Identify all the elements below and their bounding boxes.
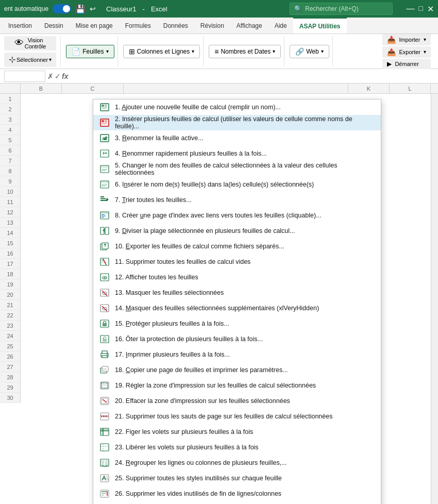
menu-item-icon-18	[99, 365, 110, 375]
col-header-fill	[124, 83, 348, 93]
formula-controls: ✗ ✓ fx	[47, 72, 68, 80]
svg-rect-54	[102, 351, 107, 354]
svg-rect-20	[101, 181, 108, 183]
web-button[interactable]: 🔗 Web ▾	[290, 45, 329, 58]
formula-input[interactable]	[70, 72, 434, 80]
menu-item-11[interactable]: 11. Supprimer toutes les feuilles de cal…	[93, 254, 381, 270]
menu-item-27[interactable]: 27. Rétablir la dernière cellule d'Excel	[93, 501, 381, 504]
chevron-down-icon-2: ▾	[192, 48, 194, 54]
ribbon-group-feuilles: 📄 Feuilles ▾	[63, 36, 117, 66]
menu-item-label-4: 4. Renommer rapidement plusieurs feuille…	[115, 150, 267, 157]
menu-item-13[interactable]: 13. Masquer les feuilles sélectionnées	[93, 285, 381, 300]
importer-button[interactable]: 📥 Importer ▾	[382, 34, 431, 45]
menu-item-icon-6	[99, 180, 110, 189]
colonnes-lignes-button[interactable]: ⊞ Colonnes et Lignes ▾	[123, 45, 200, 58]
tab-mise-en-page[interactable]: Mise en page	[70, 18, 119, 33]
menu-item-26[interactable]: 26. Supprimer les vides inutilisés de fi…	[93, 486, 381, 501]
menu-item-icon-1	[99, 103, 110, 112]
confirm-formula-button[interactable]: ✓	[55, 72, 61, 80]
selectionner-button[interactable]: ⊹ Sélectionner ▾	[4, 53, 56, 67]
menu-item-23[interactable]: 23. Libérer les volets sur plusieurs feu…	[93, 440, 381, 455]
menu-item-20[interactable]: 20. Effacer la zone d'impression sur les…	[93, 393, 381, 409]
row-num-17: 17	[0, 259, 20, 269]
autosave-toggle[interactable]	[53, 4, 71, 13]
tab-insertion[interactable]: Insertion	[2, 18, 38, 33]
svg-rect-7	[102, 120, 104, 122]
menu-item-17[interactable]: 17. Imprimer plusieurs feuilles à la foi…	[93, 347, 381, 362]
menu-item-8[interactable]: 8. Créer une page d'index avec liens ver…	[93, 208, 381, 223]
insert-function-button[interactable]: fx	[62, 72, 68, 80]
tab-asap[interactable]: ASAP Utilities	[293, 18, 347, 33]
menu-item-2[interactable]: 2. Insérer plusieurs feuilles de calcul …	[93, 115, 381, 130]
menu-item-7[interactable]: 7. Trier toutes les feuilles...	[93, 192, 381, 208]
menu-item-14[interactable]: 14. Masquer des feuilles sélectionnées s…	[93, 300, 381, 316]
cancel-formula-button[interactable]: ✗	[47, 72, 54, 80]
export-icon: 📤	[387, 48, 396, 56]
menu-item-15[interactable]: 15. Protéger plusieurs feuilles à la foi…	[93, 316, 381, 331]
menu-item-icon-8	[99, 211, 110, 220]
svg-rect-28	[102, 214, 105, 215]
menu-item-4[interactable]: 4. Renommer rapidement plusieurs feuille…	[93, 146, 381, 161]
menu-item-label-3: 3. Renommer la feuille active...	[115, 135, 204, 142]
undo-icon[interactable]: ↩	[90, 5, 96, 13]
menu-item-24[interactable]: 24. Regrouper les lignes ou colonnes de …	[93, 455, 381, 471]
svg-rect-59	[103, 368, 107, 369]
row-num-26: 26	[0, 351, 20, 362]
menu-item-18[interactable]: 18. Copier une page de feuilles et impri…	[93, 362, 381, 378]
nombres-dates-button[interactable]: ≡ Nombres et Dates ▾	[209, 45, 281, 58]
chevron-down-icon-6: ▾	[424, 49, 426, 55]
menu-item-1[interactable]: 1. Ajouter une nouvelle feuille de calcu…	[93, 99, 381, 115]
search-box[interactable]: 🔍 Rechercher (Alt+Q)	[290, 3, 393, 15]
menu-item-22[interactable]: 22. Figer les volets sur plusieurs feuil…	[93, 424, 381, 440]
menu-item-16[interactable]: 16. Ôter la protection de plusieurs feui…	[93, 331, 381, 347]
row-num-19: 19	[0, 279, 20, 290]
svg-rect-27	[101, 212, 109, 214]
row-num-22: 22	[0, 310, 20, 321]
menu-item-icon-21	[99, 412, 110, 421]
maximize-button[interactable]: □	[419, 4, 423, 14]
feuilles-dropdown-button[interactable]: 📄 Feuilles ▾	[66, 45, 114, 58]
tab-formules[interactable]: Formules	[119, 18, 157, 33]
exporter-button[interactable]: 📤 Exporter ▾	[382, 46, 431, 58]
menu-item-21[interactable]: 21. Supprimer tous les sauts de page sur…	[93, 409, 381, 424]
demarrer-button[interactable]: ▶ Démarrer	[382, 59, 431, 69]
col-header-b: B	[21, 83, 62, 93]
menu-item-label-7: 7. Trier toutes les feuilles...	[115, 196, 192, 204]
save-icon[interactable]: 💾	[75, 4, 86, 14]
menu-item-10[interactable]: 10. Exporter les feuilles de calcul comm…	[93, 239, 381, 254]
menu-item-3[interactable]: A₁ 3. Renommer la feuille active...	[93, 130, 381, 146]
ribbon-group-web: 🔗 Web ▾	[287, 36, 332, 66]
menu-item-icon-10	[99, 242, 110, 251]
tab-revision[interactable]: Révision	[194, 18, 230, 33]
row-num-9: 9	[0, 176, 20, 187]
tab-donnees[interactable]: Données	[157, 18, 194, 33]
menu-item-icon-23	[99, 443, 110, 452]
vision-controle-button[interactable]: 👁 Vision Contrôle	[4, 36, 56, 51]
menu-item-label-15: 15. Protéger plusieurs feuilles à la foi…	[115, 320, 229, 327]
tab-affichage[interactable]: Affichage	[230, 18, 268, 33]
close-button[interactable]: ✕	[427, 4, 434, 14]
row-num-2: 2	[0, 104, 20, 114]
menu-item-5[interactable]: 5. Changer le nom des feuilles de calcul…	[93, 161, 381, 177]
menu-item-25[interactable]: 25. Supprimer toutes les styles inutilis…	[93, 471, 381, 486]
menu-item-label-9: 9. Diviser la plage sélectionnée en plus…	[115, 227, 295, 234]
menu-item-label-6: 6. Insérer le nom de(s) feuille(s) dans …	[115, 181, 314, 188]
menu-item-6[interactable]: 6. Insérer le nom de(s) feuille(s) dans …	[93, 177, 381, 192]
menu-item-label-16: 16. Ôter la protection de plusieurs feui…	[115, 335, 263, 343]
tab-aide[interactable]: Aide	[268, 18, 293, 33]
svg-rect-5	[102, 108, 106, 109]
cell-reference-input[interactable]	[4, 71, 45, 82]
menu-item-12[interactable]: 12. Afficher toutes les feuilles	[93, 270, 381, 285]
feuilles-menu[interactable]: 1. Ajouter une nouvelle feuille de calcu…	[93, 99, 381, 504]
menu-item-icon-26	[99, 489, 110, 498]
menu-item-label-26: 26. Supprimer les vides inutilisés de fi…	[115, 490, 281, 497]
menu-item-label-2: 2. Insérer plusieurs feuilles de calcul …	[115, 115, 375, 130]
menu-item-19[interactable]: 19. Régler la zone d'impression sur les …	[93, 378, 381, 393]
row-numbers: // rows will be injected inline 12345678…	[0, 94, 21, 403]
minimize-button[interactable]: —	[407, 4, 415, 14]
tab-dessin[interactable]: Dessin	[38, 18, 70, 33]
importer-label: Importer	[399, 37, 420, 43]
svg-point-56	[107, 354, 108, 355]
vertical-scrollbar[interactable]	[431, 94, 438, 504]
menu-item-9[interactable]: 9. Diviser la plage sélectionnée en plus…	[93, 223, 381, 239]
